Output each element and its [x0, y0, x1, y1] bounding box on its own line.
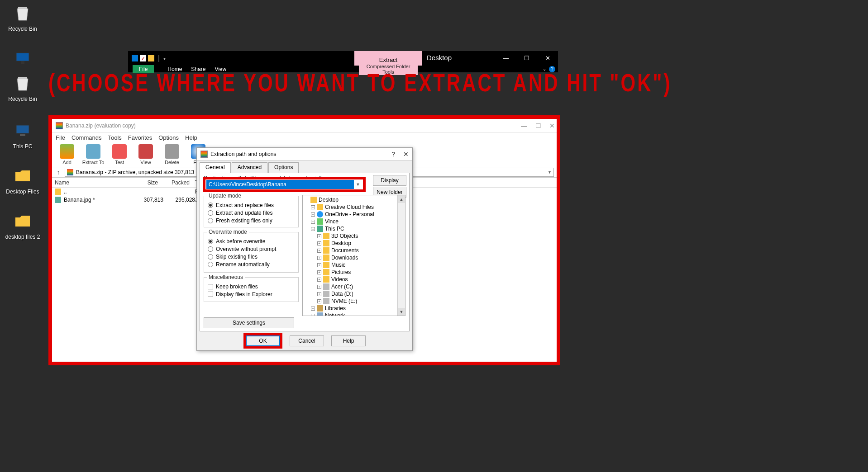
scroll-down-icon[interactable]: ▼	[398, 308, 405, 316]
minimize-button[interactable]: —	[496, 51, 516, 65]
tree-item[interactable]: +Acer (C:)	[303, 283, 405, 290]
tree-expand-icon[interactable]: +	[317, 278, 321, 282]
menu-tools[interactable]: Tools	[108, 134, 121, 141]
cancel-button[interactable]: Cancel	[290, 335, 324, 346]
toolbar-delete[interactable]: Delete	[159, 143, 185, 166]
tree-expand-icon[interactable]: +	[317, 241, 321, 245]
tree-item[interactable]: +Downloads	[303, 254, 405, 261]
radio-ask-overwrite[interactable]: Ask before overwrite	[208, 238, 295, 245]
tree-expand-icon[interactable]: +	[317, 256, 321, 260]
tree-expand-icon[interactable]: +	[311, 212, 315, 217]
folder-tree[interactable]: Desktop+Creative Cloud Files+OneDrive - …	[302, 195, 405, 316]
col-packed[interactable]: Packed	[161, 178, 192, 187]
tab-general[interactable]: General	[200, 162, 231, 173]
ok-button[interactable]: OK	[246, 335, 280, 346]
tree-expand-icon[interactable]: +	[317, 234, 321, 238]
check-keep-broken[interactable]: Keep broken files	[208, 283, 295, 290]
desktop-icon-monitor[interactable]	[5, 47, 41, 71]
tree-item[interactable]: +Network	[303, 312, 405, 316]
tree-expand-icon[interactable]: +	[317, 270, 321, 274]
desktop-icon-folder-2[interactable]: desktop files 2	[5, 210, 41, 240]
maximize-button[interactable]: ☐	[535, 122, 541, 129]
tree-expand-icon[interactable]: +	[317, 249, 321, 253]
tree-item[interactable]: +OneDrive - Personal	[303, 211, 405, 218]
tree-expand-icon[interactable]: +	[317, 299, 321, 303]
tree-item[interactable]: -This PC	[303, 225, 405, 232]
tree-item[interactable]: +Music	[303, 261, 405, 269]
tree-expand-icon[interactable]: +	[311, 220, 315, 224]
radio-rename-auto[interactable]: Rename automatically	[208, 261, 295, 268]
close-button[interactable]: ✕	[549, 122, 555, 129]
dialog-help-button[interactable]: ?	[391, 151, 395, 158]
radio-extract-replace[interactable]: Extract and replace files	[208, 202, 295, 208]
desktop-icon-recycle-bin-2[interactable]: Recycle Bin	[5, 72, 41, 102]
dropdown-icon[interactable]: ▼	[548, 170, 552, 175]
toolbar-test[interactable]: Test	[106, 143, 133, 166]
quick-access-overflow[interactable]: ▾	[163, 56, 166, 61]
destination-path-input[interactable]: C:\Users\Vince\Desktop\Banana	[206, 180, 354, 189]
tree-node-label: Videos	[331, 276, 348, 283]
dialog-close-button[interactable]: ✕	[403, 151, 409, 158]
tab-advanced[interactable]: Advanced	[232, 162, 267, 173]
help-button[interactable]: Help	[331, 335, 366, 346]
tree-expand-icon[interactable]: +	[317, 263, 321, 267]
maximize-button[interactable]: ☐	[516, 51, 537, 65]
tree-item[interactable]: +Videos	[303, 276, 405, 283]
radio-skip-existing[interactable]: Skip existing files	[208, 254, 295, 260]
desktop-icon-recycle-bin[interactable]: Recycle Bin	[5, 2, 41, 32]
tree-expand-icon[interactable]: -	[311, 227, 315, 231]
col-name[interactable]: Name	[52, 178, 120, 187]
winrar-titlebar[interactable]: Banana.zip (evaluation copy) — ☐ ✕	[52, 119, 557, 132]
close-button[interactable]: ✕	[537, 51, 558, 65]
tree-item[interactable]: +Libraries	[303, 305, 405, 312]
menu-commands[interactable]: Commands	[72, 134, 101, 141]
tree-node-icon	[323, 269, 329, 275]
tree-expand-icon[interactable]: +	[311, 314, 315, 316]
dropdown-icon[interactable]: ▼	[354, 182, 362, 187]
desktop-icon-folder-1[interactable]: Desktop FIles	[5, 165, 41, 195]
check-display-explorer[interactable]: Display files in Explorer	[208, 291, 295, 297]
explorer-app-icon	[132, 55, 138, 61]
desktop-icon-this-pc[interactable]: This PC	[5, 120, 41, 150]
tree-item[interactable]: +Data (D:)	[303, 290, 405, 297]
tree-item[interactable]: +Desktop	[303, 240, 405, 247]
tree-scrollbar[interactable]: ▲ ▼	[397, 195, 405, 316]
menu-help[interactable]: Help	[185, 134, 197, 141]
tree-expand-icon[interactable]: +	[311, 307, 315, 311]
recycle-bin-icon	[12, 72, 33, 94]
radio-overwrite-no-prompt[interactable]: Overwrite without prompt	[208, 246, 295, 252]
tree-expand-icon[interactable]: +	[317, 292, 321, 296]
tab-options[interactable]: Options	[268, 162, 299, 173]
tree-item[interactable]: +Pictures	[303, 269, 405, 276]
menu-favorites[interactable]: Favorites	[128, 134, 152, 141]
toolbar-add[interactable]: Add	[54, 143, 80, 166]
toolbar-view[interactable]: View	[133, 143, 159, 166]
tree-item[interactable]: +Documents	[303, 247, 405, 254]
display-button[interactable]: Display	[373, 175, 406, 186]
radio-extract-update[interactable]: Extract and update files	[208, 210, 295, 216]
tree-expand-icon[interactable]: +	[311, 205, 315, 209]
tree-item[interactable]: +3D Objects	[303, 232, 405, 240]
dialog-titlebar[interactable]: Extraction path and options ? ✕	[197, 148, 412, 160]
col-size[interactable]: Size	[120, 178, 161, 187]
toolbar-label: Test	[115, 160, 124, 165]
tree-item[interactable]: +Creative Cloud Files	[303, 203, 405, 211]
tree-node-label: Pictures	[331, 269, 351, 275]
radio-label: Extract and update files	[216, 210, 272, 216]
save-settings-button[interactable]: Save settings	[204, 317, 294, 328]
toolbar-label: View	[140, 160, 151, 165]
tree-item[interactable]: +Vince	[303, 218, 405, 225]
menu-options[interactable]: Options	[158, 134, 179, 141]
radio-fresh-only[interactable]: Fresh existing files only	[208, 217, 295, 224]
minimize-button[interactable]: —	[521, 122, 527, 129]
toolbar-extract-to[interactable]: Extract To	[80, 143, 106, 166]
desktop-icon-label: Recycle Bin	[5, 96, 41, 102]
tree-item[interactable]: Desktop	[303, 196, 405, 203]
scroll-up-icon[interactable]: ▲	[398, 195, 405, 203]
up-button[interactable]: ↑	[55, 169, 62, 176]
svg-rect-3	[18, 77, 27, 79]
tree-expand-icon[interactable]: +	[317, 285, 321, 289]
menu-file[interactable]: File	[56, 134, 65, 141]
tree-item[interactable]: +NVME (E:)	[303, 297, 405, 305]
quick-access-check-icon: ✓	[140, 55, 146, 61]
